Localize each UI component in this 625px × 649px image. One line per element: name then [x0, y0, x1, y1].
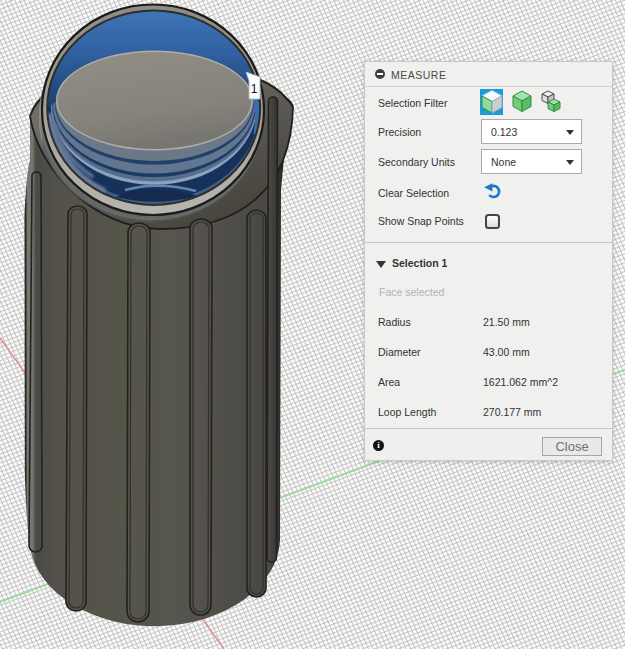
svg-text:1: 1 — [251, 82, 258, 96]
